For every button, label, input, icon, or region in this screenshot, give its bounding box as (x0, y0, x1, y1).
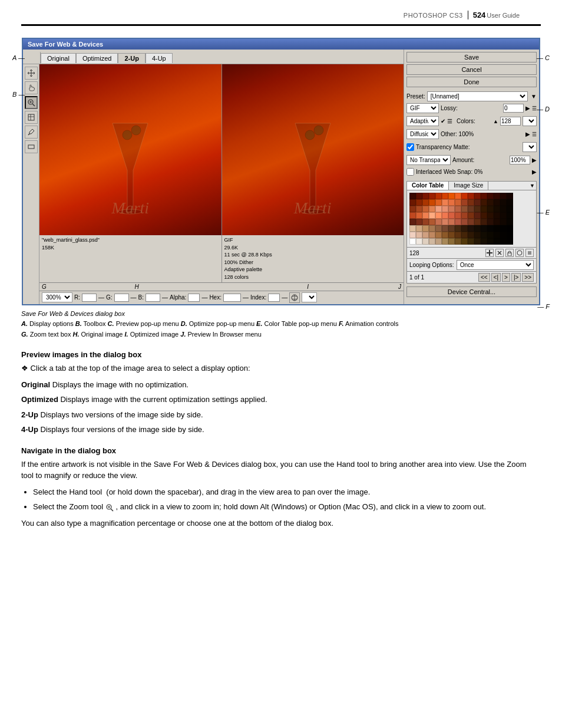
color-cell-57[interactable] (468, 212, 474, 219)
color-cell-103[interactable] (455, 232, 461, 238)
color-cell-17[interactable] (416, 199, 422, 206)
color-cell-13[interactable] (494, 193, 500, 199)
color-cell-126[interactable] (500, 238, 507, 245)
matte-dropdown[interactable] (523, 142, 537, 152)
color-cell-45[interactable] (494, 206, 500, 212)
color-cell-116[interactable] (435, 238, 442, 245)
color-cell-14[interactable] (500, 193, 507, 199)
color-cell-70[interactable] (448, 219, 455, 225)
preset-menu-icon[interactable]: ▼ (531, 93, 537, 100)
color-cell-48[interactable] (409, 212, 416, 219)
interlaced-checkbox[interactable] (406, 168, 414, 176)
lossy-arrow[interactable]: ▶ (525, 105, 530, 111)
pag-next-end[interactable]: |> (511, 273, 521, 282)
color-cell-90[interactable] (474, 225, 481, 232)
color-cell-59[interactable] (481, 212, 487, 219)
color-new-btn[interactable] (485, 249, 494, 257)
pag-next[interactable]: > (502, 273, 510, 282)
color-cell-94[interactable] (500, 225, 507, 232)
color-cell-79[interactable] (507, 219, 513, 225)
amount-arrow[interactable]: ▶ (532, 157, 537, 163)
color-cell-26[interactable] (474, 199, 481, 206)
color-cell-113[interactable] (416, 238, 422, 245)
color-cell-93[interactable] (494, 225, 500, 232)
color-cell-82[interactable] (422, 225, 429, 232)
hand-tool[interactable] (25, 81, 38, 94)
color-cell-64[interactable] (409, 219, 416, 225)
device-central-button[interactable]: Device Central... (406, 286, 537, 297)
color-cell-105[interactable] (468, 232, 474, 238)
color-cell-114[interactable] (422, 238, 429, 245)
looping-dropdown[interactable]: Once (457, 260, 534, 270)
color-cell-7[interactable] (455, 193, 461, 199)
color-cell-32[interactable] (409, 206, 416, 212)
color-cell-12[interactable] (487, 193, 494, 199)
color-cell-110[interactable] (500, 232, 507, 238)
color-cell-107[interactable] (481, 232, 487, 238)
color-cell-111[interactable] (507, 232, 513, 238)
color-cell-38[interactable] (448, 206, 455, 212)
color-cell-87[interactable] (455, 225, 461, 232)
color-cell-31[interactable] (507, 199, 513, 206)
color-cell-78[interactable] (500, 219, 507, 225)
color-cell-8[interactable] (461, 193, 468, 199)
color-cell-44[interactable] (487, 206, 494, 212)
dither-dropdown[interactable]: Diffusion (406, 129, 439, 139)
color-cell-24[interactable] (461, 199, 468, 206)
color-cell-51[interactable] (429, 212, 435, 219)
color-cell-49[interactable] (416, 212, 422, 219)
color-cell-119[interactable] (455, 238, 461, 245)
color-cell-9[interactable] (468, 193, 474, 199)
color-cell-42[interactable] (474, 206, 481, 212)
browser-dropdown[interactable] (302, 292, 317, 302)
palette-check[interactable]: ✔ (441, 118, 445, 124)
color-table-menu[interactable]: ▼ (528, 182, 536, 190)
preset-dropdown[interactable]: [Unnamed] (427, 91, 528, 101)
color-cell-54[interactable] (448, 212, 455, 219)
color-cell-28[interactable] (487, 199, 494, 206)
color-cell-80[interactable] (409, 225, 416, 232)
color-cell-40[interactable] (461, 206, 468, 212)
color-cell-63[interactable] (507, 212, 513, 219)
color-cell-4[interactable] (435, 193, 442, 199)
color-cell-75[interactable] (481, 219, 487, 225)
color-cell-100[interactable] (435, 232, 442, 238)
zoom-tool[interactable] (25, 96, 38, 109)
color-cell-73[interactable] (468, 219, 474, 225)
format-dropdown[interactable]: GIF (406, 103, 439, 113)
pag-prev-end[interactable]: <| (491, 273, 501, 282)
color-cell-5[interactable] (442, 193, 448, 199)
color-cell-118[interactable] (448, 238, 455, 245)
color-cell-125[interactable] (494, 238, 500, 245)
color-cell-89[interactable] (468, 225, 474, 232)
color-cell-121[interactable] (468, 238, 474, 245)
color-cell-101[interactable] (442, 232, 448, 238)
color-cell-104[interactable] (461, 232, 468, 238)
colors-dropdown[interactable] (523, 116, 537, 126)
color-cell-52[interactable] (435, 212, 442, 219)
transparency-checkbox[interactable] (406, 143, 414, 151)
color-cell-61[interactable] (494, 212, 500, 219)
transparency-type-dropdown[interactable]: No Transparency .. (406, 155, 451, 165)
color-sort-btn[interactable] (525, 249, 534, 257)
other-menu[interactable]: ☰ (532, 131, 537, 137)
color-cell-67[interactable] (429, 219, 435, 225)
color-cell-77[interactable] (494, 219, 500, 225)
pag-first[interactable]: << (478, 273, 490, 282)
colors-stepper-up[interactable]: ▲ (493, 118, 498, 124)
zoom-dropdown[interactable]: 300% (42, 292, 72, 302)
color-cell-72[interactable] (461, 219, 468, 225)
websnap-arrow[interactable]: ▶ (532, 169, 537, 175)
color-cell-112[interactable] (409, 238, 416, 245)
color-cell-25[interactable] (468, 199, 474, 206)
color-cell-120[interactable] (461, 238, 468, 245)
color-cell-81[interactable] (416, 225, 422, 232)
color-cell-124[interactable] (487, 238, 494, 245)
color-cell-71[interactable] (455, 219, 461, 225)
color-cell-16[interactable] (409, 199, 416, 206)
color-cell-65[interactable] (416, 219, 422, 225)
eyedropper-tool[interactable] (25, 126, 38, 139)
color-cell-20[interactable] (435, 199, 442, 206)
color-cell-115[interactable] (429, 238, 435, 245)
color-cell-15[interactable] (507, 193, 513, 199)
